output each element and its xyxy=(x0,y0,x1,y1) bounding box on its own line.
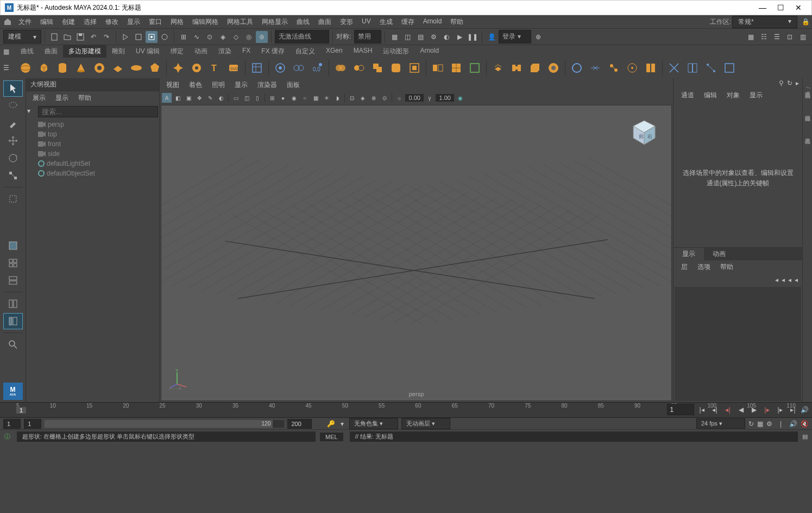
use-lights-icon[interactable]: ☀ xyxy=(322,93,331,103)
cleanup-icon[interactable] xyxy=(467,60,483,76)
layer-menu-item[interactable]: 层 xyxy=(677,261,692,273)
redo-icon[interactable]: ↷ xyxy=(100,31,112,43)
workspace-dropdown[interactable]: 常规* ▾ xyxy=(732,16,797,28)
subdiv-proxy-icon[interactable] xyxy=(406,60,423,76)
hypershade-icon[interactable]: ◐ xyxy=(440,31,452,43)
make-live-icon[interactable]: ⊕ xyxy=(256,31,268,43)
connect-icon[interactable] xyxy=(703,60,719,76)
layout-four-icon[interactable] xyxy=(3,255,23,271)
exposure-icon[interactable]: ☼ xyxy=(394,93,404,103)
shaded-icon[interactable]: ● xyxy=(278,93,288,103)
start-frame-field[interactable]: 1 xyxy=(3,419,21,429)
bookmark-icon[interactable]: ◧ xyxy=(173,93,182,103)
character-set-dropdown[interactable]: 无角色集 ▾ xyxy=(349,418,398,429)
poly-cube-icon[interactable] xyxy=(36,60,52,76)
sym-select-icon[interactable] xyxy=(291,60,307,76)
layer-move-up-icon[interactable]: ◂ xyxy=(782,276,785,284)
poly-gear-icon[interactable] xyxy=(188,60,205,76)
outliner-item[interactable]: front xyxy=(28,139,157,149)
shelf-tab[interactable]: UV 编辑 xyxy=(130,45,165,58)
play-backward-icon[interactable]: ◀ xyxy=(735,404,746,415)
smooth-icon[interactable] xyxy=(388,60,404,76)
mel-label[interactable]: MEL xyxy=(320,433,343,441)
step-fwd-key-icon[interactable]: |▸ xyxy=(775,404,785,415)
sidebar-vtab[interactable]: 建模工具包 xyxy=(803,131,812,137)
insert-edge-icon[interactable] xyxy=(684,60,701,76)
2d-pan-icon[interactable]: ✥ xyxy=(194,93,204,103)
bridge-icon[interactable] xyxy=(508,60,525,76)
layout-single-icon[interactable] xyxy=(3,237,23,254)
viewport-menu-item[interactable]: 渲染器 xyxy=(253,79,281,91)
menu-item[interactable]: 窗口 xyxy=(144,16,166,28)
menu-item[interactable]: 选择 xyxy=(79,16,101,28)
shelf-tab[interactable]: FX 缓存 xyxy=(256,45,290,58)
outliner-item[interactable]: defaultObjectSet xyxy=(28,168,157,178)
resolution-gate-icon[interactable]: ▯ xyxy=(253,93,262,103)
lasso-tool[interactable] xyxy=(3,98,23,114)
pivot-icon[interactable]: 0,0 xyxy=(309,60,325,76)
menu-item[interactable]: 缓存 xyxy=(397,16,419,28)
shelf-tab[interactable]: 运动图形 xyxy=(377,45,414,58)
snap-view-icon[interactable]: ◇ xyxy=(230,31,242,43)
play-forward-icon[interactable]: ▶ xyxy=(748,404,759,415)
scale-tool[interactable] xyxy=(3,167,23,184)
menu-item[interactable]: 文件 xyxy=(14,16,36,28)
viewport-menu-item[interactable]: 显示 xyxy=(230,79,252,91)
move-tool[interactable] xyxy=(3,133,23,149)
menu-set-dropdown[interactable]: 建模▾ xyxy=(3,30,41,43)
layout-two-v-icon[interactable] xyxy=(3,296,23,312)
menu-item[interactable]: 生成 xyxy=(375,16,397,28)
anim-layer-dropdown[interactable]: 无动画层 ▾ xyxy=(401,418,450,429)
shaded-wire-icon[interactable]: ◉ xyxy=(289,93,299,103)
circularize-icon[interactable] xyxy=(569,60,585,76)
poly-superellipse-icon[interactable] xyxy=(170,60,186,76)
isolate-toggle-icon[interactable]: ⊡ xyxy=(784,31,796,43)
menu-item[interactable]: 修改 xyxy=(101,16,123,28)
select-object-icon[interactable] xyxy=(133,31,144,43)
layout-outliner-persp-icon[interactable] xyxy=(3,313,23,329)
menu-item[interactable]: 编辑网格 xyxy=(188,16,223,28)
pin-icon[interactable]: ⚲ xyxy=(779,79,784,87)
script-editor-icon[interactable]: ▤ xyxy=(802,433,808,440)
loop-icon[interactable]: ↻ xyxy=(748,420,754,428)
poly-svg-icon[interactable]: SVG xyxy=(225,60,242,76)
volume-icon[interactable]: 🔊 xyxy=(789,420,797,428)
viewport-menu-item[interactable]: 视图 xyxy=(162,79,184,91)
step-back-key-icon[interactable]: ◂| xyxy=(709,404,720,415)
film-gate-icon[interactable]: ◫ xyxy=(242,93,251,103)
menu-item[interactable]: UV xyxy=(357,16,375,28)
poly-sphere-icon[interactable] xyxy=(17,60,34,76)
isolate-select-icon[interactable]: ⊡ xyxy=(347,93,357,103)
fill-hole-icon[interactable] xyxy=(545,60,562,76)
shelf-tab[interactable]: FX xyxy=(237,45,256,58)
channel-box-tab[interactable]: 显示 xyxy=(745,90,767,101)
step-fwd-frame-icon[interactable]: |▸ xyxy=(761,404,772,415)
ghosting-icon[interactable]: ◐ xyxy=(216,93,226,103)
outliner-menu-item[interactable]: 展示 xyxy=(28,92,50,104)
outliner-filter-icon[interactable]: ▾ xyxy=(27,107,37,117)
layer-move-down-icon[interactable]: ◂ xyxy=(788,276,791,284)
mute-icon[interactable]: 🔇 xyxy=(801,420,809,428)
poly-type-icon[interactable]: T xyxy=(207,60,223,76)
boolean-icon[interactable] xyxy=(369,60,386,76)
go-to-end-icon[interactable]: ▸| xyxy=(788,404,798,415)
exposure-field[interactable]: 0.00 xyxy=(405,94,424,102)
viewcube-icon[interactable]: 前 右 xyxy=(628,116,660,149)
sidebar-vtab[interactable]: 属性编辑器 xyxy=(803,108,812,115)
poly-disc-icon[interactable] xyxy=(128,60,144,76)
menu-item[interactable]: 帮助 xyxy=(446,16,468,28)
save-scene-icon[interactable] xyxy=(74,31,86,43)
shelf-tab[interactable]: MASH xyxy=(348,45,378,58)
range-thumb[interactable]: 120 xyxy=(45,420,273,428)
close-icon[interactable]: ✕ xyxy=(795,3,802,12)
camera-select-icon[interactable]: A xyxy=(162,93,172,103)
xray-joints-icon[interactable]: ⊗ xyxy=(369,93,379,103)
undo-icon[interactable]: ↶ xyxy=(87,31,99,43)
menu-item[interactable]: 网格显示 xyxy=(257,16,292,28)
render-settings-icon[interactable]: ⚙ xyxy=(427,31,439,43)
separate-icon[interactable] xyxy=(351,60,367,76)
gate-mask-icon[interactable]: ▭ xyxy=(231,93,241,103)
bevel-icon[interactable] xyxy=(527,60,543,76)
render-sequence-icon[interactable]: ▤ xyxy=(414,31,426,43)
snap-point-icon[interactable]: ⊙ xyxy=(204,31,216,43)
